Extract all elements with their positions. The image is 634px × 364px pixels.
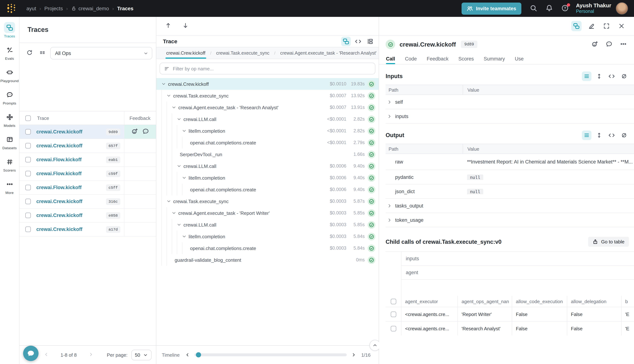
tab-call[interactable]: Call: [386, 53, 395, 64]
breadcrumb-page[interactable]: Traces: [117, 6, 134, 11]
wandb-logo-icon[interactable]: [6, 3, 17, 14]
table-row[interactable]: crewai.Crew.kickoffa17d: [20, 222, 156, 236]
tree-chevron-down-icon[interactable]: [172, 105, 176, 110]
path-tab[interactable]: crewai.Task.execute_sync: [215, 47, 270, 59]
tree-chevron-down-icon[interactable]: [182, 176, 186, 180]
previous-trace-button[interactable]: [163, 20, 173, 32]
call-id-badge[interactable]: 9d89: [461, 41, 477, 48]
child-column-header[interactable]: b: [621, 296, 634, 307]
sidebar-item-more[interactable]: More: [0, 178, 19, 195]
child-column-header[interactable]: agent_ops_agent_nan: [458, 296, 512, 307]
op-name-filter-input[interactable]: [173, 66, 371, 71]
table-row[interactable]: crewai.Crew.kickoff657f: [20, 139, 156, 153]
table-row[interactable]: crewai.Crew.kickoffe058: [20, 208, 156, 222]
sidebar-item-models[interactable]: Models: [0, 112, 19, 128]
trace-link[interactable]: crewai.Crew.kickoff: [36, 143, 106, 148]
tab-use[interactable]: Use: [515, 53, 524, 64]
breadcrumb-account[interactable]: ayut: [27, 6, 36, 11]
tree-chevron-down-icon[interactable]: [182, 129, 186, 133]
row-checkbox[interactable]: [25, 143, 31, 148]
trace-link[interactable]: crewai.Crew.kickoff: [36, 226, 106, 232]
tab-feedback[interactable]: Feedback: [427, 53, 449, 64]
view-code-button[interactable]: [353, 36, 363, 46]
kv-row[interactable]: self: [386, 95, 634, 109]
feedback-column-header[interactable]: Feedback: [124, 112, 156, 125]
code-button[interactable]: [607, 130, 616, 140]
trace-tree-row[interactable]: SerperDevTool._run1.66s: [156, 148, 379, 160]
fullscreen-button[interactable]: [601, 21, 612, 31]
sidebar-item-traces[interactable]: Traces: [0, 22, 19, 38]
kv-row[interactable]: inputs: [386, 109, 634, 124]
trace-tree-row[interactable]: crewai.Agent.execute_task - 'Research An…: [156, 102, 379, 113]
child-column-header[interactable]: allow_delegation: [567, 296, 621, 307]
hide-button[interactable]: [619, 72, 629, 81]
sidebar-item-playground[interactable]: Playground: [0, 67, 19, 83]
support-chat-button[interactable]: [23, 346, 39, 361]
trace-tree-row[interactable]: crewai.LLM.call$0.00035.85s: [156, 219, 379, 230]
expand-rows-button[interactable]: [594, 72, 604, 81]
child-column-header[interactable]: agent_executor: [401, 296, 458, 307]
tree-chevron-down-icon[interactable]: [182, 234, 186, 239]
breadcrumb-project[interactable]: crewai_demo: [71, 6, 109, 11]
row-checkbox[interactable]: [25, 129, 31, 134]
row-checkbox[interactable]: [25, 185, 31, 190]
kv-row[interactable]: json_dictnull: [386, 184, 634, 199]
trace-link[interactable]: crewai.Crew.kickoff: [36, 199, 106, 204]
tree-chevron-down-icon[interactable]: [177, 164, 181, 168]
row-chevron-right-icon[interactable]: [387, 218, 392, 222]
row-chevron-right-icon[interactable]: [387, 100, 392, 104]
select-all-checkbox[interactable]: [391, 298, 396, 304]
close-button[interactable]: [616, 21, 627, 31]
next-trace-button[interactable]: [180, 20, 190, 32]
trace-tree-row[interactable]: crewai.Agent.execute_task - 'Report Writ…: [156, 207, 379, 219]
timeline-slider-handle[interactable]: [196, 352, 201, 358]
kv-row[interactable]: raw**Investment Report: AI in Chemical a…: [386, 154, 634, 170]
row-chevron-right-icon[interactable]: [387, 114, 392, 118]
help-button[interactable]: ?: [561, 4, 569, 13]
trace-tree-row[interactable]: openai.chat.completions.create$0.00069.4…: [156, 184, 379, 196]
tab-scores[interactable]: Scores: [458, 53, 474, 64]
refresh-button[interactable]: [25, 48, 35, 59]
table-row[interactable]: crewai.Crew.kickoff316c: [20, 195, 156, 208]
trace-tree-row[interactable]: openai.chat.completions.create$0.00035.8…: [156, 242, 379, 254]
sidebar-item-prompts[interactable]: Prompts: [0, 89, 19, 105]
trace-tree-row[interactable]: crewai.LLM.call<$0.00012.82s: [156, 113, 379, 125]
sidebar-item-evals[interactable]: Evals: [0, 44, 19, 60]
row-checkbox[interactable]: [25, 171, 31, 176]
trace-tree-row[interactable]: crewai.Task.execute_sync$0.00035.87s: [156, 196, 379, 207]
add-comment-button[interactable]: [142, 128, 149, 136]
trace-tree-row[interactable]: crewai.Crew.kickoff$0.001019.83s: [156, 78, 379, 90]
hide-button[interactable]: [619, 130, 629, 140]
table-row[interactable]: crewai.Flow.kickoffc59f: [20, 167, 156, 181]
rows-button[interactable]: [582, 72, 591, 81]
go-to-table-button[interactable]: Go to table: [588, 237, 629, 247]
row-checkbox[interactable]: [25, 226, 31, 232]
emoji-add-button[interactable]: [591, 40, 599, 49]
row-checkbox[interactable]: [25, 199, 31, 204]
sidebar-item-datasets[interactable]: Datasets: [0, 134, 19, 150]
select-all-checkbox[interactable]: [25, 115, 31, 121]
trace-link[interactable]: crewai.Crew.kickoff: [36, 129, 106, 134]
trace-tree-row[interactable]: guardrail-validate_blog_content0ms: [156, 254, 379, 266]
trace-link[interactable]: crewai.Flow.kickoff: [36, 171, 106, 176]
table-row[interactable]: crewai.Crew.kickoff9d89: [20, 125, 156, 139]
per-page-select[interactable]: 50: [131, 350, 152, 360]
kv-row[interactable]: tasks_output: [386, 199, 634, 213]
tab-code[interactable]: Code: [405, 53, 417, 64]
next-page-button[interactable]: [86, 351, 96, 359]
trace-tree-row[interactable]: litellm.completion<$0.00012.82s: [156, 125, 379, 137]
user-info[interactable]: Ayush Thakur Personal: [576, 2, 611, 15]
avatar[interactable]: [616, 2, 628, 15]
path-tab[interactable]: crewai.Crew.kickoff: [165, 47, 206, 59]
table-row[interactable]: crewai.Flow.kickoffc5ff: [20, 181, 156, 195]
search-button[interactable]: [530, 4, 537, 13]
ops-filter-select[interactable]: All Ops: [50, 47, 152, 60]
timeline-prev-button[interactable]: [185, 352, 190, 358]
trace-tree-button[interactable]: [571, 21, 581, 31]
more-dots-button[interactable]: [619, 40, 627, 49]
tree-chevron-down-icon[interactable]: [177, 222, 181, 227]
trace-link[interactable]: crewai.Crew.kickoff: [36, 212, 106, 218]
row-checkbox[interactable]: [391, 312, 396, 317]
expand-rows-button[interactable]: [594, 130, 604, 140]
notifications-button[interactable]: [546, 4, 553, 13]
